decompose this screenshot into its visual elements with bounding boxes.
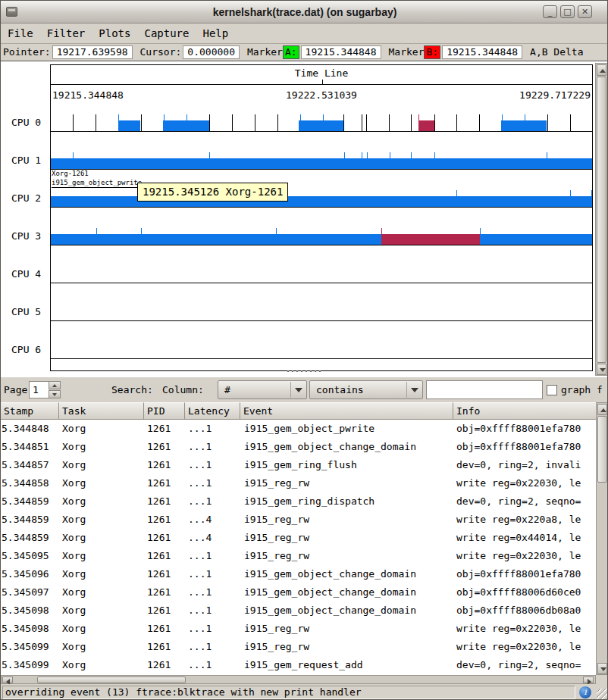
task-bar-blue[interactable] <box>51 158 592 169</box>
cell-event: i915_gem_object_pwrite <box>244 420 453 438</box>
menu-item-plots[interactable]: Plots <box>92 23 137 43</box>
event-tick[interactable] <box>277 114 278 131</box>
page-spin-down-icon[interactable] <box>49 390 61 398</box>
menu-item-help[interactable]: Help <box>196 23 235 43</box>
task-bar-blue[interactable] <box>118 120 140 131</box>
task-bar-red[interactable] <box>381 234 480 245</box>
window-menu-icon[interactable] <box>6 7 17 17</box>
horizontal-scroll-thumb[interactable] <box>37 677 186 683</box>
table-row[interactable]: 5.344859Xorg1261...4i915_reg_rwwrite reg… <box>1 529 596 547</box>
event-tick[interactable] <box>366 114 367 131</box>
chevron-down-icon[interactable] <box>290 382 306 398</box>
event-tick[interactable] <box>232 114 233 131</box>
menu-item-file[interactable]: File <box>1 23 40 43</box>
cell-latency: ...1 <box>188 492 240 511</box>
table-row[interactable]: 5.345098Xorg1261...1i915_reg_rwwrite reg… <box>1 620 596 638</box>
graph-follows-checkbox[interactable] <box>547 385 557 395</box>
event-tick[interactable] <box>209 114 210 131</box>
menu-item-capture[interactable]: Capture <box>137 23 196 43</box>
event-tick[interactable] <box>570 114 571 131</box>
table-row[interactable]: 5.345095Xorg1261...1i915_reg_rwwrite reg… <box>1 547 596 565</box>
menu-item-filter[interactable]: Filter <box>40 23 92 43</box>
info-icon[interactable]: i <box>579 686 591 698</box>
cpu-baseline-3 <box>51 245 592 245</box>
task-bar-blue[interactable] <box>51 234 381 245</box>
column-header-info[interactable]: Info <box>453 402 596 420</box>
timeline-graph-panel: Time Line 19215.344848 19222.531039 1922… <box>1 61 608 377</box>
scroll-up-icon[interactable] <box>597 404 607 415</box>
scroll-right-icon[interactable] <box>583 677 594 683</box>
event-tick[interactable] <box>389 114 390 131</box>
cell-event: i915_reg_rw <box>244 474 453 492</box>
table-row[interactable]: 5.345099Xorg1261...1i915_gem_request_add… <box>1 656 596 674</box>
event-tick[interactable] <box>479 114 480 131</box>
scroll-left-icon[interactable] <box>2 677 13 683</box>
table-row[interactable]: 5.344851Xorg1261...1i915_gem_object_chan… <box>1 438 596 456</box>
chevron-down-icon[interactable] <box>406 382 422 398</box>
page-spin-up-icon[interactable] <box>49 381 61 389</box>
event-tick[interactable] <box>547 114 548 131</box>
match-type-select[interactable]: contains <box>309 380 423 399</box>
column-header-task[interactable]: Task <box>59 402 144 420</box>
page-spinner[interactable]: 1 <box>29 381 49 398</box>
task-annotation: Xorg-1261 <box>52 170 89 178</box>
title-bar[interactable]: kernelshark(trace.dat) (on sugarbay) _ □… <box>1 1 608 23</box>
graph-vertical-scrollbar[interactable] <box>595 63 608 376</box>
table-row[interactable]: 5.344859Xorg1261...1i915_gem_ring_dispat… <box>1 492 596 511</box>
column-header-pid[interactable]: PID <box>144 402 185 420</box>
table-row[interactable]: 5.344857Xorg1261...1i915_gem_ring_flushd… <box>1 456 596 474</box>
table-vertical-scrollbar[interactable] <box>596 402 608 675</box>
table-row[interactable]: 5.344848Xorg1261...1i915_gem_object_pwri… <box>1 420 596 438</box>
table-row[interactable]: 5.345097Xorg1261...1i915_gem_object_chan… <box>1 583 596 602</box>
table-row[interactable]: 5.344858Xorg1261...1i915_reg_rwwrite reg… <box>1 474 596 492</box>
resize-grip-icon[interactable] <box>597 689 607 700</box>
cell-latency: ...1 <box>188 638 240 656</box>
close-button[interactable]: ✕ <box>578 5 592 18</box>
event-tick[interactable] <box>141 114 142 131</box>
task-bar-blue[interactable] <box>299 120 343 131</box>
timeline-plot[interactable]: Time Line 19215.344848 19222.531039 1922… <box>50 64 593 371</box>
task-bar-blue[interactable] <box>163 120 209 131</box>
maximize-button[interactable]: □ <box>560 5 575 18</box>
event-tick[interactable] <box>434 114 435 131</box>
event-tick[interactable] <box>456 114 457 131</box>
column-header-latency[interactable]: Latency <box>185 402 240 420</box>
time-label-right: 19229.717229 <box>519 89 591 101</box>
table-row[interactable]: 5.344859Xorg1261...4i915_reg_rwwrite reg… <box>1 511 596 529</box>
cell-latency: ...1 <box>188 547 240 565</box>
marker-b-badge[interactable]: B: <box>424 45 440 59</box>
task-bar-blue[interactable] <box>480 234 592 245</box>
minimize-button[interactable]: _ <box>543 5 557 18</box>
scroll-down-icon[interactable] <box>597 364 606 375</box>
cpu-baseline-5 <box>51 320 592 321</box>
cell-task: Xorg <box>62 529 144 547</box>
task-bar-red[interactable] <box>418 120 434 131</box>
event-tick[interactable] <box>255 114 255 131</box>
cell-pid: 1261 <box>147 474 185 492</box>
graph-scroll-thumb[interactable] <box>597 77 606 363</box>
event-tick[interactable] <box>73 114 74 131</box>
cell-pid: 1261 <box>147 656 185 674</box>
table-horizontal-scrollbar[interactable] <box>1 675 596 684</box>
column-header-stamp[interactable]: Stamp <box>1 402 59 420</box>
task-bar-blue[interactable] <box>51 196 592 207</box>
pane-resize-handle[interactable] <box>287 370 322 372</box>
event-tick[interactable] <box>362 114 362 131</box>
event-tick[interactable] <box>343 114 344 131</box>
marker-a-badge[interactable]: A: <box>283 45 299 59</box>
table-row[interactable]: 5.345098Xorg1261...1i915_gem_object_chan… <box>1 602 596 620</box>
cpu-label-2: CPU 2 <box>11 190 45 207</box>
event-tick[interactable] <box>96 114 96 131</box>
search-input[interactable] <box>426 380 543 399</box>
task-bar-blue[interactable] <box>501 120 547 131</box>
scroll-up-icon[interactable] <box>597 64 606 76</box>
table-row[interactable]: 5.345099Xorg1261...1i915_reg_rwwrite reg… <box>1 638 596 656</box>
column-select[interactable]: # <box>218 380 307 399</box>
column-header-event[interactable]: Event <box>240 402 453 420</box>
cell-pid: 1261 <box>147 583 185 602</box>
scroll-down-icon[interactable] <box>597 663 607 674</box>
table-scroll-thumb[interactable] <box>597 416 607 483</box>
event-table[interactable]: 5.344848Xorg1261...1i915_gem_object_pwri… <box>1 420 596 675</box>
event-tick[interactable] <box>411 114 412 131</box>
table-row[interactable]: 5.345096Xorg1261...1i915_gem_object_chan… <box>1 565 596 583</box>
